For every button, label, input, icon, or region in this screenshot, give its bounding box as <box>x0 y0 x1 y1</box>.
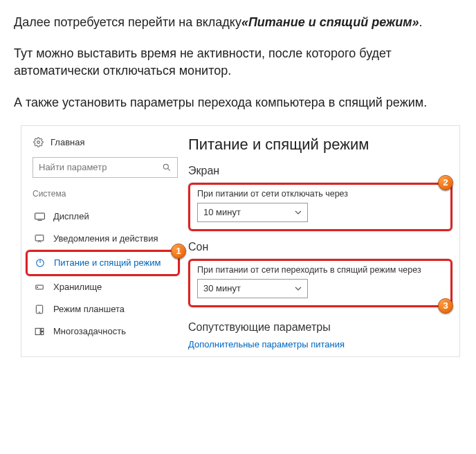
highlight-callout-3: При питании от сети переходить в спящий … <box>188 259 452 307</box>
intro-paragraph-1: Далее потребуется перейти на вкладку«Пит… <box>14 14 462 31</box>
svg-point-9 <box>37 287 38 287</box>
notifications-icon <box>34 234 45 244</box>
sidebar-item-label: Многозадачность <box>53 326 126 336</box>
settings-window: Главная Найти параметр Система Дисплей У… <box>21 125 460 357</box>
additional-power-link[interactable]: Дополнительные параметры питания <box>188 339 452 349</box>
select-value: 30 минут <box>203 283 241 293</box>
svg-line-2 <box>167 168 170 170</box>
text: . <box>419 15 423 29</box>
search-placeholder: Найти параметр <box>39 162 107 172</box>
sidebar-item-label: Уведомления и действия <box>53 233 158 244</box>
chevron-down-icon <box>295 287 302 291</box>
callout-badge-1: 1 <box>171 244 186 259</box>
related-heading: Сопутствующие параметры <box>188 321 452 334</box>
sidebar-item-label: Режим планшета <box>53 304 125 314</box>
sidebar-item-label: Дисплей <box>53 211 89 221</box>
power-icon <box>35 258 46 268</box>
svg-rect-3 <box>35 213 44 219</box>
svg-rect-5 <box>35 235 44 241</box>
screen-off-select[interactable]: 10 минут <box>197 203 308 222</box>
sidebar: Главная Найти параметр Система Дисплей У… <box>21 126 184 356</box>
article-intro: Далее потребуется перейти на вкладку«Пит… <box>14 14 462 111</box>
text: Далее потребуется перейти на вкладку <box>14 15 241 29</box>
sidebar-item-label: Питание и спящий режим <box>54 257 161 268</box>
search-icon <box>162 163 172 172</box>
tablet-icon <box>34 305 45 314</box>
svg-rect-14 <box>41 332 44 334</box>
content-panel: Питание и спящий режим Экран 2 При питан… <box>184 126 459 356</box>
sidebar-item-notifications[interactable]: Уведомления и действия <box>33 228 184 250</box>
sidebar-item-multitask[interactable]: Многозадачность <box>33 320 184 343</box>
category-label: Система <box>33 189 184 199</box>
sidebar-item-label: Хранилище <box>53 282 102 292</box>
gear-icon <box>33 137 44 147</box>
svg-point-0 <box>37 140 39 143</box>
tab-name-emphasis: «Питание и спящий режим» <box>241 15 419 29</box>
sleep-section-heading: Сон <box>188 241 452 253</box>
svg-rect-13 <box>41 328 44 331</box>
sidebar-item-display[interactable]: Дисплей <box>33 206 184 228</box>
screen-off-label: При питании от сети отключать через <box>197 189 443 199</box>
sidebar-item-power[interactable]: Питание и спящий режим <box>33 252 178 274</box>
callout-badge-3: 3 <box>438 298 453 314</box>
page-title: Питание и спящий режим <box>188 136 452 154</box>
callout-badge-2: 2 <box>438 175 453 190</box>
intro-paragraph-3: А также установить параметры перехода ко… <box>14 94 462 111</box>
sidebar-item-storage[interactable]: Хранилище <box>33 276 184 298</box>
select-value: 10 минут <box>203 207 241 217</box>
highlight-callout-1: Питание и спящий режим 1 <box>26 250 180 276</box>
monitor-icon <box>34 212 45 221</box>
sidebar-item-tablet[interactable]: Режим планшета <box>33 298 184 320</box>
sleep-select[interactable]: 30 минут <box>197 279 308 298</box>
chevron-down-icon <box>295 210 302 215</box>
home-label: Главная <box>51 137 84 147</box>
multitask-icon <box>34 327 45 336</box>
screen-section-heading: Экран <box>188 165 452 177</box>
sleep-label: При питании от сети переходить в спящий … <box>197 265 443 275</box>
search-input[interactable]: Найти параметр <box>33 157 178 178</box>
svg-rect-12 <box>35 328 40 334</box>
storage-icon <box>34 282 45 292</box>
home-link[interactable]: Главная <box>33 137 184 147</box>
svg-point-1 <box>163 164 168 169</box>
highlight-callout-2: 2 При питании от сети отключать через 10… <box>188 183 452 231</box>
intro-paragraph-2: Тут можно выставить время не активности,… <box>14 45 462 80</box>
